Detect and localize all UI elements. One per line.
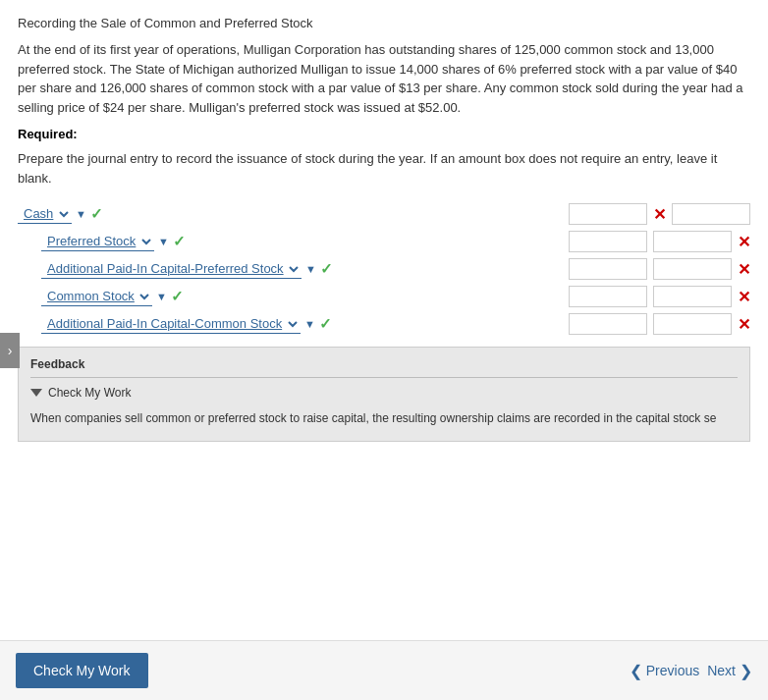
dropdown-arrow-preferred[interactable]: ▼: [158, 236, 169, 247]
table-row: Additional Paid-In Capital-Common Stock …: [18, 313, 750, 335]
check-icon-apic-preferred: ✓: [320, 260, 333, 278]
previous-arrow-icon: ❮: [630, 662, 642, 680]
check-my-work-button[interactable]: Check My Work: [16, 653, 148, 688]
account-select-apic-common[interactable]: Additional Paid-In Capital-Common Stock: [41, 314, 301, 334]
check-icon-apic-common: ✓: [319, 315, 332, 333]
feedback-section: Feedback Check My Work When companies se…: [18, 347, 750, 442]
account-select-apic-preferred[interactable]: Additional Paid-In Capital-Preferred Sto…: [41, 259, 302, 279]
next-arrow-icon: ❯: [740, 662, 752, 680]
check-icon-cash: ✓: [90, 205, 103, 223]
next-button[interactable]: Next ❯: [707, 662, 752, 680]
inputs-group-cash: ✕: [569, 203, 750, 225]
table-row: Preferred Stock ▼ ✓ ✕: [18, 231, 750, 252]
credit-input-apic-preferred[interactable]: [653, 258, 732, 280]
debit-input-preferred[interactable]: [569, 231, 647, 252]
credit-x-common: ✕: [738, 288, 750, 306]
triangle-icon: [30, 389, 42, 397]
account-select-common[interactable]: Common Stock: [41, 287, 152, 306]
feedback-title: Feedback: [30, 357, 738, 378]
dropdown-arrow-apic-common[interactable]: ▼: [304, 318, 315, 330]
credit-input-cash[interactable]: [672, 203, 750, 225]
debit-input-apic-preferred[interactable]: [569, 258, 647, 280]
page-wrapper: › Recording the Sale of Common and Prefe…: [0, 0, 768, 700]
required-label: Required:: [18, 127, 750, 141]
previous-button[interactable]: ❮ Previous: [630, 662, 699, 680]
description-text: At the end of its first year of operatio…: [18, 40, 750, 117]
debit-input-common[interactable]: [569, 286, 647, 307]
credit-x-preferred: ✕: [738, 233, 750, 251]
account-select-wrapper: Additional Paid-In Capital-Preferred Sto…: [41, 259, 336, 279]
inputs-group-apic-common: ✕: [569, 313, 750, 335]
nav-buttons: ❮ Previous Next ❯: [630, 662, 752, 680]
account-select-wrapper: Common Stock ▼ ✓: [41, 287, 297, 306]
check-icon-preferred: ✓: [173, 233, 186, 250]
check-work-label: Check My Work: [48, 386, 131, 400]
check-work-header: Check My Work: [30, 386, 738, 400]
account-select-wrapper: Cash ▼ ✓: [18, 204, 273, 224]
inputs-group-common: ✕: [569, 286, 750, 307]
credit-x-apic-common: ✕: [738, 315, 750, 334]
credit-input-common[interactable]: [653, 286, 732, 307]
table-row: Cash ▼ ✓ ✕: [18, 203, 750, 225]
debit-input-cash[interactable]: [569, 203, 647, 225]
debit-input-apic-common[interactable]: [569, 313, 647, 335]
account-select-preferred[interactable]: Preferred Stock: [41, 232, 154, 251]
bottom-bar: Check My Work ❮ Previous Next ❯: [0, 640, 768, 700]
feedback-body-text: When companies sell common or preferred …: [30, 405, 738, 431]
left-arrow-indicator[interactable]: ›: [0, 333, 20, 368]
main-content: Recording the Sale of Common and Preferr…: [0, 0, 768, 640]
dropdown-arrow-apic-preferred[interactable]: ▼: [305, 263, 316, 275]
dropdown-arrow-cash[interactable]: ▼: [76, 208, 86, 220]
table-row: Additional Paid-In Capital-Preferred Sto…: [18, 258, 750, 280]
account-select-cash[interactable]: Cash: [18, 204, 72, 224]
check-icon-common: ✓: [171, 288, 184, 305]
account-select-wrapper: Preferred Stock ▼ ✓: [41, 232, 297, 251]
credit-x-apic-preferred: ✕: [738, 260, 750, 279]
table-row: Common Stock ▼ ✓ ✕: [18, 286, 750, 307]
instructions-text: Prepare the journal entry to record the …: [18, 149, 750, 188]
debit-x-cash: ✕: [653, 205, 666, 224]
inputs-group-preferred: ✕: [569, 231, 750, 252]
credit-input-preferred[interactable]: [653, 231, 732, 252]
journal-table: Cash ▼ ✓ ✕ Preferred Stock: [18, 203, 750, 335]
dropdown-arrow-common[interactable]: ▼: [156, 291, 167, 302]
credit-input-apic-common[interactable]: [653, 313, 732, 335]
previous-label: Previous: [646, 663, 699, 678]
next-label: Next: [707, 663, 736, 678]
inputs-group-apic-preferred: ✕: [569, 258, 750, 280]
account-select-wrapper: Additional Paid-In Capital-Common Stock …: [41, 314, 336, 334]
page-title: Recording the Sale of Common and Preferr…: [18, 16, 750, 30]
